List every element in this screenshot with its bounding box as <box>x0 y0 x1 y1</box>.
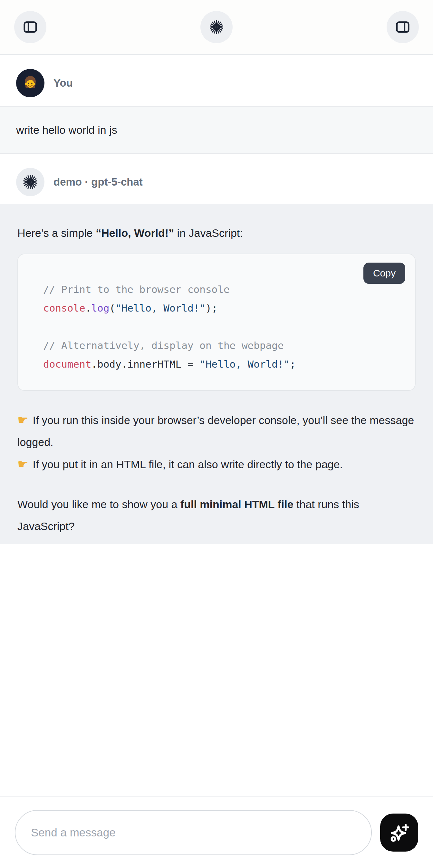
paragraph: Here’s a simple “Hello, World!” in JavaS… <box>18 222 415 244</box>
code-token-keyword: document <box>43 358 91 370</box>
text: Here’s a simple <box>18 227 96 239</box>
paragraph: Would you like me to show you a full min… <box>18 493 415 537</box>
user-author-row: You <box>0 55 433 97</box>
assistant-message: Here’s a simple “Hello, World!” in JavaS… <box>0 204 433 544</box>
text: If you run this inside your browser’s de… <box>18 414 414 448</box>
user-message: write hello world in js <box>0 106 433 154</box>
text: Would you like me to show you a <box>18 498 180 510</box>
code-token-comment: // Alternatively, display on the webpage <box>43 340 284 351</box>
assistant-author-label: demo · gpt-5-chat <box>54 176 143 188</box>
assistant-message-body: Here’s a simple “Hello, World!” in JavaS… <box>18 222 415 537</box>
person-emoji-icon <box>20 73 40 93</box>
bold-text: “Hello, World!” <box>96 227 174 239</box>
pointing-right-icon: ☛ <box>18 413 28 427</box>
send-button[interactable] <box>380 813 418 851</box>
user-author-label: You <box>54 77 73 89</box>
code-line: // Alternatively, display on the webpage <box>43 336 402 355</box>
code-token-keyword: console <box>43 302 85 314</box>
logo-button[interactable] <box>200 11 233 43</box>
sidebar-toggle-button[interactable] <box>14 11 47 43</box>
composer-bar <box>0 797 433 868</box>
code-token-comment: // Print to the browser console <box>43 283 230 295</box>
user-avatar <box>16 69 44 97</box>
chat-app: You write hello world in js <box>0 0 433 544</box>
code-token-string: "Hello, World!" <box>115 302 206 314</box>
panel-left-icon <box>23 20 38 34</box>
user-message-text: write hello world in js <box>16 124 117 136</box>
right-panel-toggle-button[interactable] <box>386 11 419 43</box>
assistant-author-row: demo · gpt-5-chat <box>0 154 433 196</box>
code-line: document.body.innerHTML = "Hello, World!… <box>43 355 402 373</box>
bold-text: full minimal HTML file <box>180 498 293 510</box>
code-token-plain: ( <box>109 302 115 314</box>
message-input[interactable] <box>15 810 372 855</box>
code-token-string: "Hello, World!" <box>199 358 290 370</box>
panel-right-icon <box>395 20 410 34</box>
paragraph: ☛ If you run this inside your browser’s … <box>18 409 415 475</box>
code-token-plain: . <box>85 302 92 314</box>
sparkle-icon <box>389 822 409 843</box>
copy-button[interactable]: Copy <box>363 262 405 284</box>
code-token-plain: .body.innerHTML = <box>91 358 199 370</box>
starburst-logo-icon <box>209 19 224 35</box>
text: If you put it in an HTML file, it can al… <box>30 458 343 470</box>
chat-thread: You write hello world in js <box>0 55 433 544</box>
code-block: Copy// Print to the browser consoleconso… <box>18 254 415 391</box>
top-bar <box>0 0 433 55</box>
code-line <box>43 317 402 336</box>
starburst-icon <box>22 174 38 190</box>
code-line: console.log("Hello, World!"); <box>43 299 402 317</box>
text: in JavaScript: <box>174 227 243 239</box>
assistant-avatar <box>16 168 44 196</box>
code-token-function: log <box>91 302 109 314</box>
code-line: // Print to the browser console <box>43 280 402 299</box>
code-token-plain: ); <box>206 302 217 314</box>
code-content: // Print to the browser consoleconsole.l… <box>43 280 402 373</box>
pointing-right-icon: ☛ <box>18 457 28 471</box>
code-token-plain: ; <box>290 358 296 370</box>
